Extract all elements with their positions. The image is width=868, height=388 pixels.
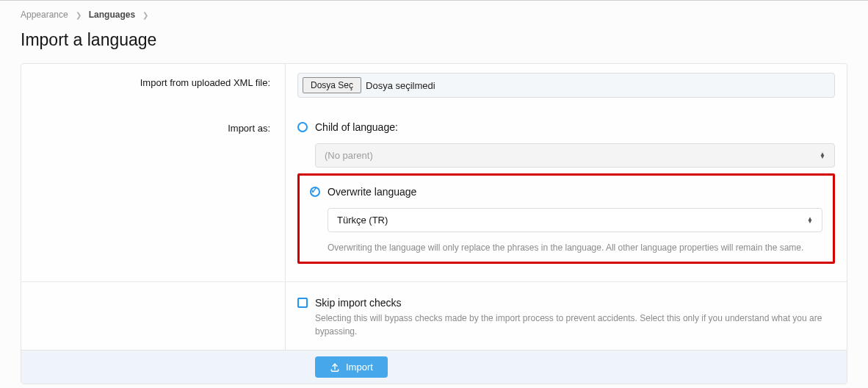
- upload-icon: [330, 362, 340, 373]
- breadcrumb-parent[interactable]: Appearance: [21, 10, 68, 20]
- radio-overwrite-language[interactable]: [310, 187, 320, 197]
- chevron-right-icon: ❯: [142, 11, 148, 19]
- import-button[interactable]: Import: [315, 356, 388, 378]
- caret-updown-icon: ▲▼: [807, 218, 813, 223]
- overwrite-hint: Overwriting the language will only repla…: [328, 241, 822, 254]
- checkbox-skip-import-checks-label: Skip import checks: [315, 297, 835, 309]
- chevron-right-icon: ❯: [76, 11, 82, 19]
- skip-hint: Selecting this will bypass checks made b…: [315, 312, 835, 338]
- radio-child-language-label: Child of language:: [315, 121, 398, 133]
- file-input[interactable]: Dosya Seç Dosya seçilmedi: [297, 73, 835, 98]
- breadcrumb-current[interactable]: Languages: [89, 10, 135, 20]
- file-status-text: Dosya seçilmedi: [366, 80, 435, 91]
- caret-updown-icon: ▲▼: [820, 153, 825, 159]
- select-parent-language-value: (No parent): [325, 150, 373, 161]
- select-overwrite-language[interactable]: Türkçe (TR) ▲▼: [328, 208, 822, 232]
- page-title: Import a language: [21, 30, 847, 50]
- file-choose-button[interactable]: Dosya Seç: [303, 77, 361, 93]
- label-import-file: Import from uploaded XML file:: [21, 64, 286, 107]
- breadcrumb: Appearance ❯ Languages ❯: [21, 10, 847, 20]
- radio-child-language[interactable]: [297, 122, 308, 132]
- select-parent-language[interactable]: (No parent) ▲▼: [315, 143, 835, 168]
- radio-overwrite-language-label: Overwrite language: [328, 186, 416, 198]
- import-button-label: Import: [346, 362, 373, 373]
- checkbox-skip-import-checks[interactable]: [297, 298, 308, 308]
- label-import-as: Import as:: [21, 107, 286, 281]
- highlight-overwrite: Overwrite language Türkçe (TR) ▲▼ Overwr…: [297, 173, 835, 264]
- select-overwrite-language-value: Türkçe (TR): [337, 215, 388, 226]
